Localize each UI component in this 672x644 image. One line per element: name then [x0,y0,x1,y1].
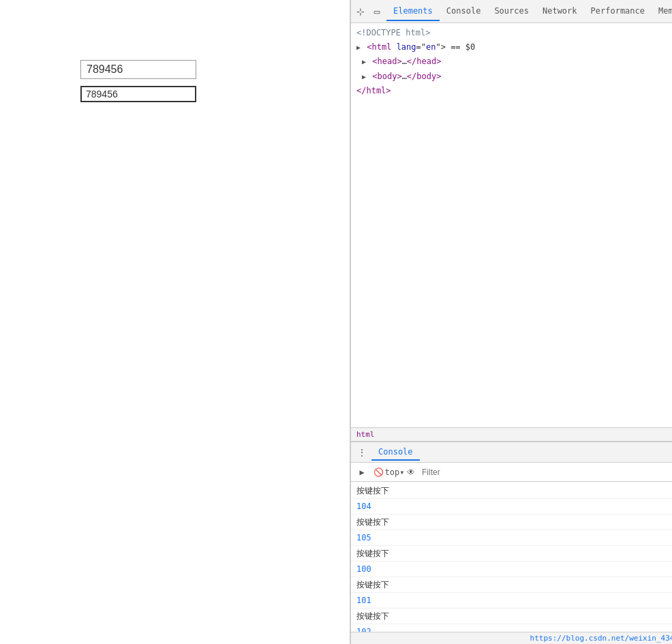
doctype-text: <!DOCTYPE html> [356,28,430,37]
console-tabs-bar: ⋮ Console [351,442,672,463]
devtools-tabs-bar: ⊹ ▭ Elements Console Sources Network Per… [351,0,672,23]
top-label: top [385,467,400,477]
top-selector[interactable]: top ▾ [388,465,401,479]
status-bar: https://blog.csdn.net/weixin_43405300 [351,632,672,644]
console-msg-num-5: 100 [351,562,672,577]
console-menu-icon[interactable]: ⋮ [355,446,369,459]
cursor-icon[interactable]: ⊹ [354,5,367,18]
page-content: 789456 [0,0,350,644]
elements-panel: <!DOCTYPE html> ▶ <html lang="en"> == $0… [351,23,672,427]
console-section: ⋮ Console ▶ 🚫 top ▾ 👁 D 按键按下 [351,442,672,632]
main-container: 789456 ⊹ ▭ Elements Console Sources Netw… [0,0,672,644]
console-msg-text-4: 按键按下 [351,546,672,562]
head-triangle-icon[interactable]: ▶ [362,58,366,65]
console-msg-text-8: 按键按下 [351,609,672,624]
eye-btn[interactable]: 👁 [404,465,418,479]
tab-sources[interactable]: Sources [487,2,536,21]
console-tab[interactable]: Console [371,444,420,461]
tab-network[interactable]: Network [536,2,584,21]
devtools-panel: ⊹ ▭ Elements Console Sources Network Per… [350,0,672,644]
tab-elements[interactable]: Elements [386,2,440,21]
triangle-icon[interactable]: ▶ [356,44,361,51]
breadcrumb-bar: html [351,427,672,442]
device-icon[interactable]: ▭ [370,5,384,18]
page-input[interactable] [80,86,196,102]
console-msg-num-1: 104 [351,499,672,515]
execute-btn[interactable]: ▶ [355,465,369,479]
tab-performance[interactable]: Performance [584,2,652,21]
body-line[interactable]: ▶ <body>…</body> [351,70,672,84]
clear-btn[interactable]: 🚫 [371,465,385,479]
console-msg-text-0: 按键按下 [351,483,672,499]
console-toolbar: ▶ 🚫 top ▾ 👁 D [351,463,672,482]
breadcrumb-html[interactable]: html [356,430,375,439]
tab-console[interactable]: Console [440,2,488,21]
filter-input[interactable] [419,467,672,477]
console-msg-num-3: 105 [351,530,672,546]
doctype-line: <!DOCTYPE html> [351,26,672,40]
body-triangle-icon[interactable]: ▶ [362,73,366,80]
head-line[interactable]: ▶ <head>…</head> [351,55,672,69]
page-label: 789456 [80,60,196,79]
console-msg-text-6: 按键按下 [351,577,672,593]
console-msg-num-9: 102 [351,624,672,632]
status-url: https://blog.csdn.net/weixin_43405300 [530,634,672,643]
tab-memory[interactable]: Memo... [652,2,672,21]
html-root-line[interactable]: ▶ <html lang="en"> == $0 [351,40,672,55]
console-msg-num-7: 101 [351,593,672,609]
close-html-line: </html> [351,84,672,98]
console-msg-text-2: 按键按下 [351,515,672,530]
console-messages: 按键按下 104 按键按下 105 按键按下 100 按键按下 [351,482,672,632]
